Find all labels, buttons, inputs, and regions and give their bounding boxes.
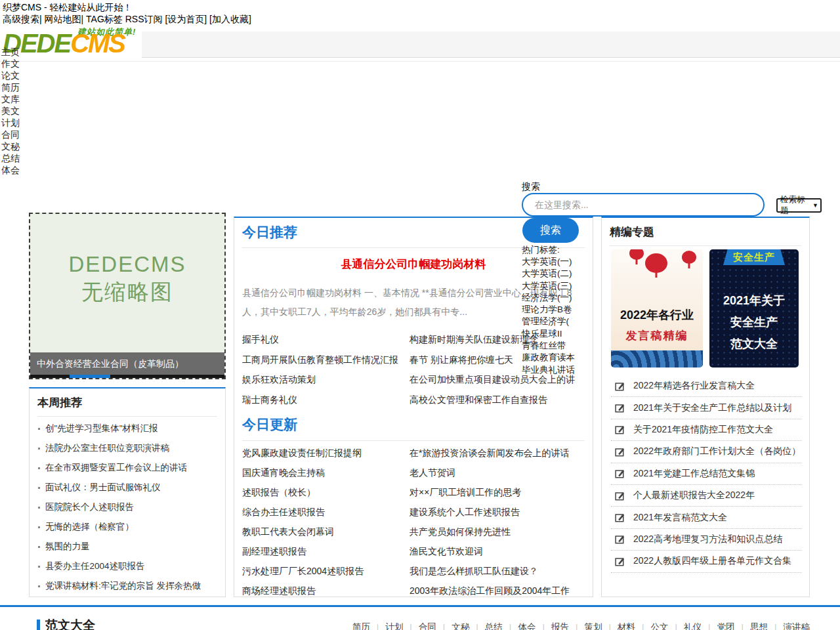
hot-tag-link[interactable]: 大学英语(三) [522,280,575,292]
article-link[interactable]: 污水处理厂厂长2004述职报告 [242,562,410,581]
featured-caption[interactable]: 中外合资经营企业合同（皮革制品） [30,352,224,375]
topic-item[interactable]: 个人最新述职报告大全2022年 [611,485,801,507]
article-link[interactable]: 商场经理述职报告 [242,581,410,601]
footer-category-link[interactable]: 体会 [503,621,536,630]
footer-category-link[interactable]: 党团 [702,621,735,630]
topic-item[interactable]: 2022年精选各行业发言稿大全 [611,375,801,397]
footer-category-link[interactable]: 文秘 [436,621,470,630]
header-quick-link[interactable]: TAG标签 [86,14,123,24]
weekly-recommend-item[interactable]: 创"先进学习型集体"材料汇报 [30,419,225,438]
header-quick-link[interactable]: RSS订阅 [125,14,163,24]
site-logo[interactable]: 建站如此简单! DEDECMS [0,26,142,58]
topic-item[interactable]: 2022高考地理复习方法和知识点总结 [611,529,801,551]
weekly-recommend-item[interactable]: 无悔的选择（检察官） [30,517,225,537]
edit-icon [615,469,625,478]
search-type-select[interactable]: 检索标题 ▼ [776,198,822,213]
article-link[interactable]: 握手礼仪 [242,330,410,350]
weekly-recommend-item[interactable]: 县委办主任2004述职报告 [30,556,225,576]
hot-tag-link[interactable]: 经济法学(一) [522,292,575,304]
bullet-square [38,566,40,568]
footer-category-link[interactable]: 策划 [569,621,602,630]
nav-item[interactable]: 作文 [1,58,20,70]
menu-divider [0,61,840,62]
header-quick-link[interactable]: [设为首页] [165,14,207,24]
article-link[interactable]: 述职报告（校长） [242,483,410,503]
footer-category-link[interactable]: 总结 [469,621,503,630]
hot-tag-link[interactable]: 毕业典礼讲话 [522,364,575,376]
weekly-recommend-link: 法院办公室主任职位竞职演讲稿 [45,442,169,454]
topic-item[interactable]: 2021年党建工作总结范文集锦 [611,463,801,485]
article-link[interactable]: 在*旅游投资洽谈会新闻发布会上的讲话 [410,444,593,463]
topic-item[interactable]: 2022年政府部门工作计划大全（各岗位） [611,441,801,463]
hot-tag-link[interactable]: 青春红丝带 [522,340,575,352]
header-quick-link[interactable]: 网站地图 [45,14,81,24]
article-link[interactable]: 高校公文管理和保密工作自查报告 [410,390,593,411]
weekly-recommend-item[interactable]: 法院办公室主任职位竞职演讲稿 [30,438,225,458]
article-link[interactable]: 我们是怎么样抓职工队伍建设？ [410,562,593,581]
footer-category-link[interactable]: 材料 [602,621,635,630]
nav-item[interactable]: 主页 [1,46,20,58]
footer-title: 范文大全 [37,617,95,630]
topic-card-safety[interactable]: 安全生产 2021年关于 安全生产 范文大全 [709,249,799,368]
nav-item[interactable]: 文秘 [1,140,20,152]
weekly-recommend-item[interactable]: 在全市双拥暨安置工作会议上的讲话 [30,458,225,478]
bullet-square [38,546,40,548]
nav-item[interactable]: 体会 [1,164,20,176]
chevron-down-icon: ▼ [812,202,818,209]
footer-category-link[interactable]: 公文 [635,621,669,630]
hot-tag-link[interactable]: 廉政教育读本 [522,352,575,364]
article-link[interactable]: 工商局开展队伍教育整顿工作情况汇报 [242,350,410,371]
edit-icon [615,534,625,544]
weekly-recommend-item[interactable]: 医院院长个人述职报告 [30,497,225,517]
topic-card-2022-speeches[interactable]: 2022年各行业 发言稿精编 [611,249,703,368]
topic-item[interactable]: 2022人教版四年级上册各单元作文合集 [611,551,801,572]
footer-category-link[interactable]: 报告 [536,621,569,630]
search-button[interactable]: 搜索 [522,218,579,243]
article-link[interactable]: 副经理述职报告 [242,542,410,562]
topic-item[interactable]: 2021年关于安全生产工作总结以及计划 [611,397,801,419]
footer-category-link[interactable]: 合同 [403,621,436,630]
article-link[interactable]: 教职工代表大会闭幕词 [242,522,410,542]
hot-tag-link[interactable]: 大学英语(二) [522,268,575,280]
hot-tag-link[interactable]: 管理经济学( [522,316,575,327]
hot-tag-link[interactable]: 快乐星球II [522,328,575,340]
search-input[interactable] [522,193,765,217]
article-link[interactable]: 国庆通宵晚会主持稿 [242,463,410,483]
topic-item[interactable]: 2021年发言稿范文大全 [611,507,801,528]
article-link[interactable]: 综合办主任述职报告 [242,503,410,522]
page: 织梦CMS - 轻松建站从此开始！ 高级搜索| 网站地图| TAG标签 RSS订… [0,0,840,630]
weekly-recommend-item[interactable]: 氛围的力量 [30,537,225,556]
article-link[interactable]: 瑞士商务礼仪 [242,390,410,411]
nav-item[interactable]: 总结 [1,152,20,164]
header-quick-link[interactable]: 高级搜索 [3,14,39,24]
article-link[interactable]: 渔民文化节欢迎词 [410,542,593,562]
carousel-indicator[interactable] [30,375,224,378]
nav-item[interactable]: 简历 [1,81,20,93]
article-link[interactable]: 娱乐狂欢活动策划 [242,370,410,390]
weekly-recommend-item[interactable]: 党课讲稿材料:牢记党的宗旨 发挥余热做 [30,576,225,596]
footer-category-link[interactable]: 礼仪 [668,621,702,630]
article-link[interactable]: 党风廉政建设责任制汇报提纲 [242,444,410,463]
footer-category-link[interactable]: 计划 [370,621,404,630]
header-quick-link[interactable]: [加入收藏] [209,14,251,24]
footer-category-link[interactable]: 思想 [734,621,768,630]
topic-item[interactable]: 关于2021年疫情防控工作范文大全 [611,419,801,441]
nav-item[interactable]: 合同 [1,129,20,140]
nav-item[interactable]: 论文 [1,70,20,81]
hot-tag-link[interactable]: 大学英语(一) [522,256,575,268]
footer-category-link[interactable]: 简历 [352,621,370,630]
topic-item-label: 2021年党建工作总结范文集锦 [633,468,755,480]
weekly-recommend-item[interactable]: 面试礼仪：男士面试服饰礼仪 [30,478,225,497]
hot-tag-link[interactable]: 理论力学B卷 [522,304,575,316]
featured-thumbnail[interactable]: DEDECMS 无缩略图 中外合资经营企业合同（皮革制品） [29,213,226,379]
article-link[interactable]: 建设系统个人工作述职报告 [410,503,593,522]
footer-category-link[interactable]: 演讲稿 [768,621,810,630]
nav-item[interactable]: 计划 [1,117,20,129]
today-update-title: 今日更新 [242,415,585,434]
article-link[interactable]: 2003年政法综治工作回顾及2004年工作 [410,581,593,601]
nav-item[interactable]: 美文 [1,105,20,117]
article-link[interactable]: 共产党员如何保持先进性 [410,522,593,542]
article-link[interactable]: 老人节贺词 [410,463,593,483]
nav-item[interactable]: 文库 [1,93,20,105]
article-link[interactable]: 对××厂职工培训工作的思考 [410,483,593,503]
